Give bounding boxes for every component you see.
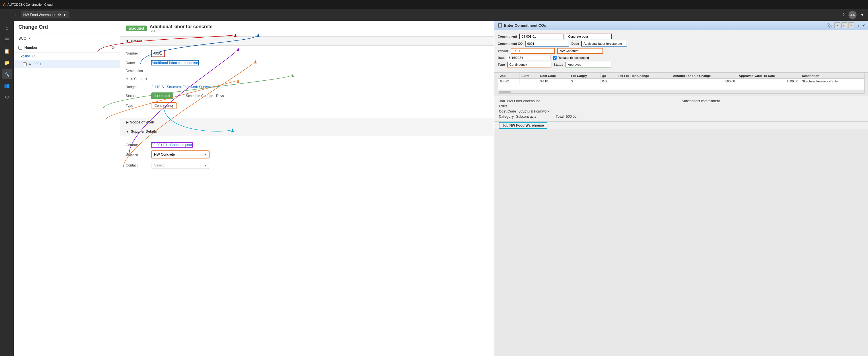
col-cost-code: Cost Code: [538, 73, 569, 79]
column-settings-button[interactable]: ⚙: [112, 46, 115, 50]
name-label: Name: [126, 61, 149, 65]
status-schedule-row: Status Executed Schedule Change Days: [126, 93, 488, 99]
scope-chevron-icon: ▶: [126, 120, 128, 124]
supplier-chevron-icon: ▼: [126, 129, 129, 134]
avatar-dropdown[interactable]: ▼: [859, 12, 866, 18]
app-title: AUTODESK Construction Cloud: [7, 3, 53, 6]
job-info-label: Job: [499, 99, 505, 103]
type-cf-label: Type: [498, 63, 505, 66]
budget-label: Budget: [126, 85, 149, 89]
sco-nav: SCO ▼: [14, 34, 120, 43]
more-options-icon[interactable]: ⋮: [856, 23, 860, 28]
maximize-button[interactable]: □: [841, 22, 847, 28]
avatar[interactable]: AA: [848, 11, 857, 19]
vendor-id-input[interactable]: [510, 48, 555, 54]
info-panel: Job NW Food Warehouse Subcontract commit…: [494, 96, 868, 121]
sidebar-settings-icon[interactable]: ⚙: [2, 92, 12, 102]
cell-job: 03-001: [498, 79, 520, 84]
budget-value[interactable]: 3-110-S - Structural Formwork-Subcontrac…: [152, 85, 219, 89]
commitment-form: Commitment Commitment CO Desc Vendor Dat…: [494, 30, 868, 72]
status-cf-input[interactable]: [565, 62, 611, 67]
expand-button[interactable]: Expand: [19, 54, 30, 58]
details-chevron-icon: ▼: [126, 39, 129, 43]
supplier-label: Supplier Details: [131, 129, 157, 134]
sco-label: SCO: [19, 36, 26, 40]
item-chevron-icon: ▶: [29, 63, 31, 66]
schedule-change-value: Days: [216, 94, 224, 98]
number-row: Number 0001: [126, 50, 488, 57]
window-title: 🔲 Enter Commitment COs: [498, 23, 546, 28]
back-button[interactable]: ←: [2, 12, 9, 18]
item-number: 0001: [34, 62, 41, 66]
subcontract-info-value: Subcontract commitment: [682, 99, 720, 103]
category-info-value: Subcontracts: [516, 115, 536, 119]
co-title: Additional labor for concrete: [150, 24, 212, 29]
status-value: Executed: [152, 93, 173, 99]
details-section-header[interactable]: ▼ Details: [120, 36, 494, 46]
forward-button[interactable]: →: [11, 12, 19, 18]
sidebar-folder-icon[interactable]: 📁: [2, 57, 12, 68]
list-item-0001[interactable]: ▶ 0001: [14, 60, 120, 68]
sidebar-users-icon[interactable]: 👥: [2, 80, 12, 91]
col-job: Job: [498, 73, 520, 79]
sidebar-list-icon[interactable]: ☰: [2, 34, 12, 45]
minimize-button[interactable]: −: [834, 22, 840, 28]
type-cf-input[interactable]: [507, 62, 551, 67]
project-dropdown-icon: ▼: [63, 13, 66, 17]
type-value: Contingency: [152, 102, 177, 109]
project-name: NW Food Warehouse: [23, 13, 56, 17]
vendor-label: Vendor: [498, 49, 508, 53]
executed-badge: Executed: [126, 26, 147, 31]
sidebar: ⌂ ☰ 📋 📁 🔧 👥 ⚙: [0, 21, 14, 356]
date-input[interactable]: [507, 55, 551, 60]
cell-extra: [520, 79, 538, 84]
category-info-label: Category: [499, 115, 514, 119]
supplier-value: NW Concrete: [152, 151, 209, 158]
number-col-header: Number: [24, 46, 109, 50]
commitment-label: Commitment: [498, 35, 517, 38]
expand-shortcut: C: [32, 54, 35, 58]
main-contract-row: Main Contract: [126, 77, 488, 81]
scope-section-header[interactable]: ▶ Scope of Work: [120, 118, 494, 127]
paperclip-icon: 📎: [826, 23, 832, 28]
release-checkbox[interactable]: [553, 56, 557, 60]
project-selector[interactable]: NW Food Warehouse ⚙ ▼: [21, 11, 69, 19]
window-icon: 🔲: [498, 23, 502, 28]
commitment-input[interactable]: [519, 34, 563, 39]
commitment-co-input[interactable]: [525, 41, 569, 47]
cost-code-info-value: Structural Formwork: [518, 109, 549, 113]
close-button[interactable]: ✕: [848, 22, 854, 28]
help-icon[interactable]: ?: [863, 23, 865, 27]
col-approved: Approved Value To Date: [737, 73, 800, 79]
vendor-name-input[interactable]: [557, 48, 603, 54]
contact-placeholder[interactable]: Select...: [152, 162, 209, 169]
top-bar: A AUTODESK Construction Cloud: [0, 0, 868, 9]
supplier-section-header[interactable]: ▼ Supplier Details: [120, 127, 494, 136]
table-row[interactable]: 03-001 3-110 S 0.00 500.00 1500.00 Struc…: [498, 79, 864, 84]
description-row: Description: [126, 69, 488, 73]
info-cost-code-row: Cost Code Structural Formwork: [499, 109, 681, 113]
table-header-row: Job Extra Cost Code For Catgry ge Tax Fo…: [498, 73, 864, 79]
contact-select-wrapper: Select... ▼: [152, 162, 209, 169]
contract-value[interactable]: 03-001-01 - Concrete pour: [152, 143, 192, 147]
select-all-checkbox[interactable]: [19, 46, 22, 50]
panel-title: Change Ord: [19, 24, 115, 30]
status-label: Status: [126, 94, 149, 98]
commitment-desc-input[interactable]: [566, 34, 612, 39]
table-empty-row: [498, 84, 864, 90]
contract-label: Contract: [126, 143, 149, 147]
desc-input[interactable]: [581, 41, 627, 47]
help-button[interactable]: ?: [841, 12, 846, 18]
contract-row: Contract 03-001-01 - Concrete pour: [126, 143, 488, 147]
type-select-wrapper: Contingency ▼: [152, 102, 177, 109]
name-row: Name Additional labor for concrete: [126, 61, 488, 65]
item-checkbox-0001[interactable]: [23, 62, 27, 66]
sidebar-docs-icon[interactable]: 📋: [2, 46, 12, 56]
number-value: 0001: [152, 50, 164, 57]
table-controls: Number ⚙: [14, 43, 120, 53]
job-box-panel: Job NW Food Warehouse: [494, 121, 868, 129]
info-job-row: Job NW Food Warehouse: [499, 99, 681, 103]
sidebar-home-icon[interactable]: ⌂: [2, 23, 12, 33]
total-info-label: Total: [556, 115, 564, 119]
sidebar-tools-icon[interactable]: 🔧: [2, 69, 12, 79]
